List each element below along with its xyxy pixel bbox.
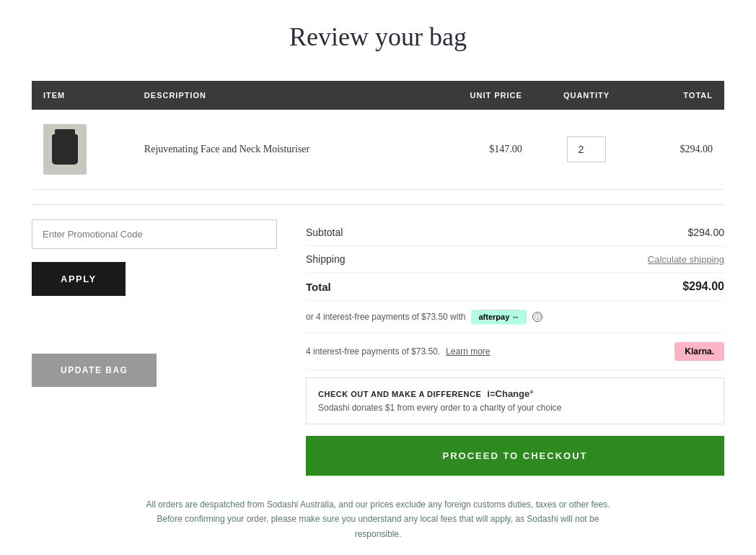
product-image — [43, 124, 87, 175]
ichange-title: CHECK OUT AND MAKE A DIFFERENCE — [318, 390, 481, 398]
cart-table: ITEM DESCRIPTION UNIT PRICE QUANTITY TOT… — [32, 81, 724, 190]
item-image-cell — [32, 110, 133, 190]
item-description: Rejuvenating Face and Neck Moisturiser — [133, 110, 419, 190]
col-header-description: DESCRIPTION — [133, 81, 419, 110]
afterpay-text: or 4 interest-free payments of $73.50 wi… — [306, 312, 465, 322]
col-header-unit-price: UNIT PRICE — [419, 81, 534, 110]
divider — [32, 204, 724, 205]
quantity-input[interactable] — [567, 136, 606, 162]
afterpay-logo-text: afterpay ↔ — [478, 313, 519, 321]
page-title: Review your bag — [32, 22, 724, 52]
afterpay-info-icon[interactable]: ⓘ — [532, 312, 542, 322]
klarna-row: 4 interest-free payments of $73.50. Lear… — [306, 333, 724, 370]
subtotal-value: $294.00 — [687, 227, 724, 238]
klarna-installment-text: 4 interest-free payments of $73.50. — [306, 346, 440, 357]
klarna-badge: Klarna. — [674, 342, 724, 361]
subtotal-label: Subtotal — [306, 227, 343, 238]
klarna-text-container: 4 interest-free payments of $73.50. Lear… — [306, 346, 490, 357]
total-label: Total — [306, 281, 331, 293]
table-row: Rejuvenating Face and Neck Moisturiser $… — [32, 110, 724, 190]
item-unit-price: $147.00 — [419, 110, 534, 190]
footer-notice: All orders are despatched from Sodashi A… — [133, 497, 623, 541]
item-quantity-cell — [534, 110, 639, 190]
col-header-item: ITEM — [32, 81, 133, 110]
klarna-learn-more-link[interactable]: Learn more — [446, 346, 490, 357]
bottom-section: APPLY UPDATE BAG Subtotal $294.00 Shippi… — [32, 212, 724, 476]
promo-input[interactable] — [32, 219, 277, 249]
ichange-box: CHECK OUT AND MAKE A DIFFERENCE i=Change… — [306, 377, 724, 424]
jar-icon — [52, 134, 78, 165]
subtotal-row: Subtotal $294.00 — [306, 219, 724, 246]
checkout-button[interactable]: PROCEED TO CHECKOUT — [306, 436, 724, 476]
shipping-label: Shipping — [306, 253, 346, 265]
update-bag-button[interactable]: UPDATE BAG — [32, 354, 157, 387]
col-header-quantity: QUANTITY — [534, 81, 639, 110]
ichange-header: CHECK OUT AND MAKE A DIFFERENCE i=Change… — [318, 388, 712, 399]
afterpay-badge: afterpay ↔ — [471, 310, 527, 324]
left-section: APPLY UPDATE BAG — [32, 219, 277, 387]
total-row: Total $294.00 — [306, 273, 724, 301]
item-total: $294.00 — [639, 110, 724, 190]
right-section: Subtotal $294.00 Shipping Calculate ship… — [306, 219, 724, 476]
shipping-row: Shipping Calculate shipping — [306, 246, 724, 273]
apply-button[interactable]: APPLY — [32, 262, 126, 296]
afterpay-row: or 4 interest-free payments of $73.50 wi… — [306, 301, 724, 333]
ichange-brand: i=Change° — [487, 388, 533, 399]
col-header-total: TOTAL — [639, 81, 724, 110]
total-value: $294.00 — [682, 280, 724, 293]
ichange-description: Sodashi donates $1 from every order to a… — [318, 403, 562, 413]
calculate-shipping-link[interactable]: Calculate shipping — [648, 254, 724, 265]
